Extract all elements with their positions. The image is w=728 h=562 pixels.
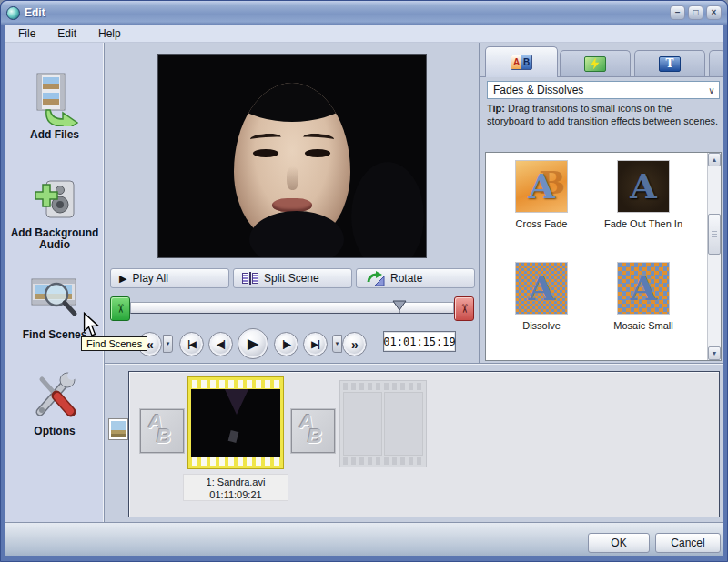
scrollbar-thumb[interactable] — [708, 214, 721, 255]
category-value: Fades & Dissolves — [493, 84, 583, 96]
fast-forward-button[interactable]: » — [342, 332, 367, 356]
storyboard-empty-clip-slot[interactable] — [339, 380, 427, 467]
fast-forward-icon: » — [351, 337, 358, 352]
transition-item-cross-fade[interactable]: B A Cross Fade — [491, 160, 592, 255]
previous-icon: |◀ — [187, 339, 196, 349]
find-scenes-icon — [29, 272, 80, 326]
next-scene-button[interactable]: ▶| — [303, 332, 328, 356]
transition-item-mosaic-small[interactable]: A Mosaic Small — [593, 262, 693, 356]
sidebar-item-add-files[interactable]: Add Files — [5, 72, 105, 141]
sidebar-label: Options — [5, 426, 105, 437]
step-forward-button[interactable]: |▶ — [274, 332, 298, 356]
sidebar-label: Add Background Audio — [5, 227, 105, 251]
tab-transitions[interactable]: AB — [485, 46, 558, 77]
tip-label: Tip: — [487, 103, 505, 114]
clip-thumbnail — [191, 389, 280, 457]
options-icon — [29, 368, 80, 423]
split-scene-label: Split Scene — [264, 272, 319, 285]
menu-edit[interactable]: Edit — [53, 26, 81, 41]
rewind-speed-dropdown[interactable]: ▼ — [163, 335, 173, 353]
forward-speed-dropdown[interactable]: ▼ — [332, 335, 342, 353]
trim-end-scissors-button[interactable]: ✂ — [454, 296, 474, 321]
transition-slot-1[interactable]: A B — [140, 409, 184, 453]
film-sprockets — [342, 383, 424, 390]
clip-timecode: 01:11:09:21 — [209, 489, 261, 500]
maximize-button[interactable]: □ — [688, 5, 703, 20]
face-feature — [253, 149, 278, 157]
rotate-label: Rotate — [390, 272, 422, 285]
dialog-client-area: File Edit Help Add Files — [5, 25, 723, 556]
tip-text: Tip: Drag transitions to small icons on … — [487, 102, 722, 127]
scroll-down-arrow[interactable]: ▼ — [708, 346, 721, 360]
transition-label: Fade Out Then In — [593, 218, 693, 229]
clip-label: 1: Sandra.avi 01:11:09:21 — [183, 474, 288, 501]
play-icon: ▶ — [119, 273, 126, 285]
play-all-button[interactable]: ▶ Play All — [110, 268, 229, 288]
scroll-up-arrow[interactable]: ▲ — [708, 153, 721, 166]
face-feature — [351, 162, 424, 258]
clip-thumbnail-detail — [228, 430, 239, 443]
sidebar-item-options[interactable]: Options — [5, 368, 105, 437]
step-back-button[interactable]: ◀| — [208, 332, 233, 356]
title-bar[interactable]: Edit – □ × — [1, 1, 727, 25]
transition-slot-2[interactable]: A B — [291, 409, 335, 453]
play-all-label: Play All — [132, 272, 167, 285]
split-scene-icon — [242, 272, 258, 285]
tab-effects[interactable] — [560, 50, 631, 76]
app-icon — [6, 6, 20, 20]
cancel-button[interactable]: Cancel — [655, 533, 721, 553]
next-icon: ▶| — [311, 339, 319, 349]
mouse-cursor-icon — [83, 312, 101, 337]
storyboard-divider — [105, 363, 723, 365]
menu-help[interactable]: Help — [94, 26, 126, 41]
face-feature — [287, 166, 298, 190]
panel-divider — [479, 43, 480, 363]
tip-body: Drag transitions to small icons on the s… — [487, 103, 718, 126]
storyboard-clip-selected[interactable] — [187, 376, 284, 469]
step-forward-icon: |▶ — [282, 339, 290, 349]
tab-text[interactable]: T — [634, 50, 705, 76]
window-controls: – □ × — [670, 5, 722, 20]
transitions-ab-icon: AB — [511, 55, 532, 70]
transition-item-fade-out-then-in[interactable]: A Fade Out Then In — [593, 160, 693, 255]
thumb-letter-a: A — [630, 271, 656, 306]
tooltip: Find Scenes — [81, 336, 147, 351]
thumb-letter-a: A — [630, 169, 656, 204]
transition-thumbnail: A — [515, 262, 568, 315]
film-sprockets — [342, 457, 424, 465]
effects-lightning-icon — [584, 56, 606, 72]
transitions-list: B A Cross Fade A Fade Out Then In A Diss… — [485, 152, 722, 361]
slot-letter-b: B — [157, 425, 171, 448]
minimize-button[interactable]: – — [670, 5, 685, 20]
sidebar-label: Add Files — [5, 129, 105, 141]
sidebar-item-add-background-audio[interactable]: Add Background Audio — [5, 174, 105, 251]
chevron-down-icon: ∨ — [704, 85, 719, 95]
face-feature — [250, 133, 282, 144]
chevron-down-icon: ▼ — [335, 341, 340, 346]
tab-partial — [709, 50, 723, 76]
play-button[interactable]: ▶ — [238, 328, 268, 359]
video-preview — [157, 54, 427, 258]
ghost-frame — [384, 392, 423, 456]
ok-button[interactable]: OK — [588, 533, 650, 553]
close-button[interactable]: × — [706, 5, 722, 20]
play-icon: ▶ — [248, 336, 258, 352]
sidebar: Add Files Add Background Audio — [5, 43, 105, 522]
rotate-icon — [365, 270, 385, 286]
edit-dialog-window: Edit – □ × File Edit Help — [0, 0, 728, 562]
timecode-display: 01:01:15:19 — [383, 331, 456, 352]
menu-bar: File Edit Help — [5, 25, 723, 43]
split-scene-button[interactable]: Split Scene — [233, 268, 352, 288]
rotate-button[interactable]: Rotate — [356, 268, 475, 288]
timeline-position-marker[interactable] — [391, 300, 408, 314]
previous-scene-button[interactable]: |◀ — [179, 332, 204, 356]
face-feature — [303, 133, 335, 144]
transitions-scrollbar[interactable]: ▲ ▼ — [707, 153, 721, 360]
transition-item-dissolve[interactable]: A Dissolve — [491, 262, 592, 356]
menu-file[interactable]: File — [14, 26, 40, 41]
window-title: Edit — [25, 6, 670, 19]
ghost-frames — [342, 391, 424, 457]
add-files-icon — [30, 72, 79, 126]
trim-start-scissors-button[interactable]: ✂ — [110, 296, 130, 321]
transition-category-dropdown[interactable]: Fades & Dissolves ∨ — [487, 81, 720, 99]
